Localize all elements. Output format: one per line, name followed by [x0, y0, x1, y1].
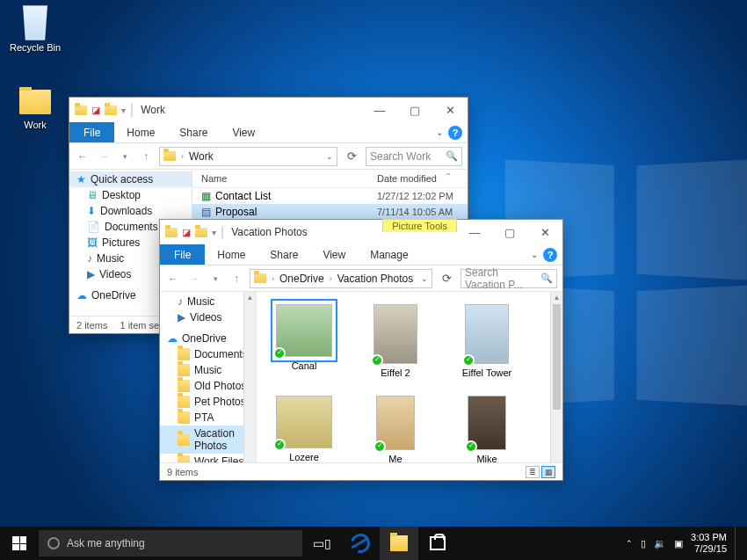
system-clock[interactable]: 3:03 PM 7/29/15 [691, 532, 727, 554]
show-desktop-button[interactable] [735, 527, 740, 560]
up-button[interactable]: ↑ [228, 271, 244, 287]
breadcrumb[interactable]: Work [189, 150, 214, 163]
nav-pta[interactable]: PTA [160, 410, 256, 425]
nav-downloads[interactable]: ⬇Downloads [69, 203, 192, 219]
refresh-button[interactable]: ⟳ [438, 272, 455, 285]
taskbar: Ask me anything ▭▯ ⌃ ▯ 🔉 ▣ 3:03 PM 7/29/… [0, 527, 747, 560]
tray-notifications-icon[interactable]: ▣ [674, 538, 683, 549]
breadcrumb[interactable]: OneDrive [279, 273, 324, 285]
close-button[interactable]: ✕ [527, 220, 562, 244]
maximize-button[interactable]: ▢ [397, 98, 432, 122]
tray-network-icon[interactable]: ▯ [641, 538, 646, 549]
titlebar[interactable]: ◪ ▾ | Work — ▢ ✕ [69, 98, 468, 122]
back-button[interactable]: ← [75, 149, 91, 164]
chevron-right-icon[interactable]: › [270, 274, 276, 283]
recent-button[interactable]: ▾ [207, 271, 223, 287]
nav-music[interactable]: Music [160, 362, 256, 378]
scrollbar[interactable]: ▲▼ [243, 292, 256, 480]
help-icon[interactable]: ? [543, 248, 557, 262]
maximize-button[interactable]: ▢ [492, 220, 527, 244]
scrollbar[interactable]: ▲▼ [550, 292, 562, 480]
context-tab-picture-tools[interactable]: Picture Tools [382, 219, 457, 232]
tab-file[interactable]: File [69, 122, 114, 142]
tab-share[interactable]: Share [167, 122, 220, 142]
star-icon: ★ [76, 173, 86, 185]
minimize-button[interactable]: — [362, 98, 397, 122]
close-button[interactable]: ✕ [432, 98, 468, 122]
help-icon[interactable]: ? [448, 126, 462, 140]
forward-button[interactable]: → [96, 149, 112, 164]
chevron-right-icon[interactable]: › [179, 152, 185, 161]
taskbar-file-explorer[interactable] [380, 527, 418, 560]
tab-view[interactable]: View [310, 244, 358, 265]
task-view-icon: ▭▯ [313, 536, 331, 550]
list-item[interactable]: Eiffel Tower [452, 304, 522, 378]
chevron-right-icon[interactable]: › [328, 274, 334, 283]
start-button[interactable] [0, 527, 39, 560]
ribbon-expand-icon[interactable]: ⌄ [531, 250, 538, 259]
table-row[interactable]: ▤Proposal 7/11/14 10:05 AM [192, 204, 468, 220]
search-input[interactable]: Search Work 🔍 [366, 147, 462, 166]
recent-button[interactable]: ▾ [117, 149, 133, 164]
desktop-icon-label: Work [7, 120, 63, 130]
desktop-icon-recycle-bin[interactable]: Recycle Bin [7, 5, 63, 53]
qat-dropdown-icon[interactable]: ▾ [212, 228, 216, 237]
titlebar[interactable]: ◪ ▾ | Vacation Photos Picture Tools — ▢ … [160, 220, 562, 244]
qat-dropdown-icon[interactable]: ▾ [121, 105, 126, 115]
list-item[interactable]: Me [360, 396, 431, 464]
search-icon: 🔍 [446, 150, 458, 162]
nav-videos[interactable]: ▶Videos [160, 309, 256, 325]
column-name[interactable]: Name [201, 173, 377, 184]
list-item[interactable]: Canal [269, 304, 339, 378]
nav-documents[interactable]: Documents [160, 346, 256, 362]
address-bar[interactable]: › OneDrive › Vacation Photos ⌄ [250, 269, 432, 288]
qat-newfolder-icon[interactable] [105, 105, 117, 115]
nav-desktop[interactable]: 🖥Desktop [69, 187, 192, 203]
nav-music[interactable]: ♪Music [160, 294, 256, 309]
tab-file[interactable]: File [160, 244, 205, 265]
nav-pane: ♪Music ▶Videos ☁OneDrive Documents Music… [160, 292, 257, 480]
tab-home[interactable]: Home [114, 122, 167, 142]
chevron-down-icon[interactable]: ⌄ [421, 274, 428, 283]
search-input[interactable]: Search Vacation P... 🔍 [461, 269, 557, 288]
breadcrumb[interactable]: Vacation Photos [337, 273, 414, 285]
nav-onedrive[interactable]: ☁OneDrive [160, 331, 256, 346]
tab-view[interactable]: View [220, 122, 267, 142]
minimize-button[interactable]: — [457, 220, 492, 244]
list-item[interactable]: Eiffel 2 [360, 304, 431, 378]
forward-button[interactable]: → [186, 271, 202, 287]
desktop-icon-work[interactable]: Work [7, 86, 63, 130]
chevron-down-icon[interactable]: ⌄ [326, 152, 333, 161]
address-bar[interactable]: › Work ⌄ [159, 147, 337, 166]
search-placeholder: Ask me anything [67, 537, 145, 549]
refresh-button[interactable]: ⟳ [343, 149, 360, 163]
nav-quick-access[interactable]: ★Quick access [69, 171, 192, 187]
nav-pet-photos[interactable]: Pet Photos [160, 394, 256, 410]
view-thumbnails-button[interactable]: ▦ [541, 466, 555, 478]
qat-newfolder-icon[interactable] [195, 228, 207, 237]
tab-home[interactable]: Home [205, 244, 257, 265]
collapse-icon[interactable]: ⌃ [445, 171, 452, 181]
nav-vacation-photos[interactable]: Vacation Photos [160, 425, 256, 454]
qat-properties-icon[interactable]: ◪ [91, 105, 100, 116]
taskbar-store[interactable] [418, 527, 457, 560]
taskbar-edge[interactable] [341, 527, 380, 560]
qat-properties-icon[interactable]: ◪ [182, 227, 191, 238]
clock-time: 3:03 PM [691, 532, 727, 543]
view-details-button[interactable]: ≣ [526, 466, 540, 478]
list-item[interactable]: Mike [452, 396, 522, 464]
up-button[interactable]: ↑ [138, 149, 154, 164]
column-date[interactable]: Date modified [377, 173, 437, 184]
tray-volume-icon[interactable]: 🔉 [654, 538, 666, 549]
cortana-search-input[interactable]: Ask me anything [39, 530, 302, 556]
task-view-button[interactable]: ▭▯ [302, 527, 341, 560]
list-item[interactable]: Lozere [269, 396, 339, 464]
back-button[interactable]: ← [165, 271, 181, 287]
table-row[interactable]: ▦Contact List 1/27/12 12:02 PM [192, 188, 468, 204]
tray-overflow-icon[interactable]: ⌃ [626, 539, 633, 548]
ribbon-expand-icon[interactable]: ⌄ [436, 127, 443, 137]
tab-manage[interactable]: Manage [358, 244, 420, 265]
nav-old-photos[interactable]: Old Photos [160, 378, 256, 394]
tab-share[interactable]: Share [257, 244, 310, 265]
sync-badge-icon [374, 440, 386, 453]
